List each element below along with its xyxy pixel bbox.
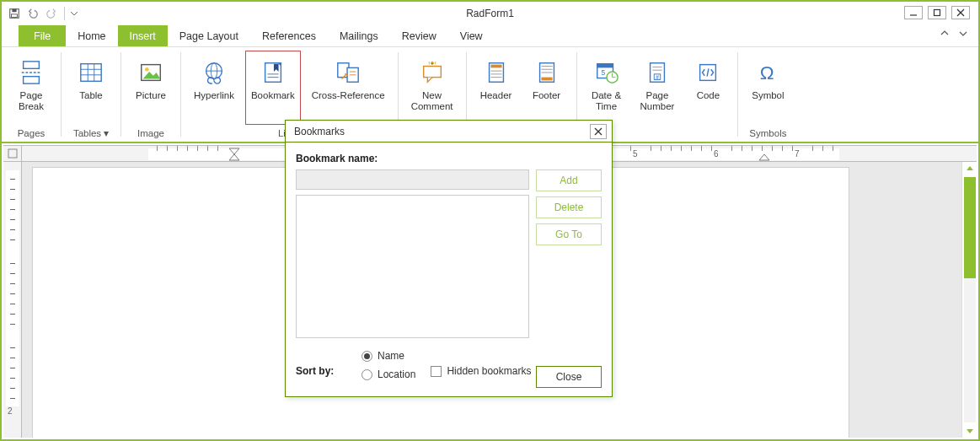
page-number-button[interactable]: # PageNumber — [635, 51, 681, 125]
page-break-button[interactable]: PageBreak — [8, 51, 54, 125]
close-button[interactable]: Close — [536, 366, 602, 388]
footer-icon — [533, 58, 561, 87]
bookmark-name-label: Bookmark name: — [296, 153, 602, 164]
bookmark-list[interactable] — [296, 195, 529, 338]
group-pages-label: Pages — [18, 125, 46, 140]
header-label: Header — [480, 90, 512, 114]
header-icon — [482, 58, 511, 87]
symbol-icon: Ω — [753, 58, 782, 87]
table-icon — [77, 58, 105, 87]
qat-customize[interactable] — [70, 6, 78, 21]
page-break-icon — [17, 58, 46, 87]
titlebar: RadForm1 — [2, 2, 978, 25]
code-icon — [693, 58, 722, 87]
dialog-titlebar[interactable]: Bookmarks — [286, 121, 612, 143]
svg-rect-37 — [541, 78, 552, 81]
svg-rect-10 — [81, 64, 101, 82]
tab-references[interactable]: References — [250, 25, 328, 46]
bookmark-label: Bookmark — [251, 90, 295, 114]
save-button[interactable] — [7, 6, 22, 21]
ruler-vertical[interactable]: 2 — [3, 162, 22, 438]
ruler-tick-7: 7 — [795, 149, 800, 159]
scroll-track[interactable] — [964, 177, 976, 422]
page-break-label: PageBreak — [19, 90, 44, 114]
tab-file[interactable]: File — [19, 25, 66, 46]
group-symbols-label: Symbols — [749, 125, 786, 140]
date-time-label: Date &Time — [592, 90, 621, 114]
minimize-button[interactable] — [904, 6, 923, 19]
svg-line-50 — [707, 68, 709, 76]
tab-view[interactable]: View — [448, 25, 495, 46]
code-label: Code — [697, 90, 720, 114]
group-pages: PageBreak Pages — [2, 47, 61, 142]
dialog-title: Bookmarks — [294, 126, 345, 137]
pagenum-icon: # — [643, 58, 672, 87]
maximize-button[interactable] — [928, 6, 946, 19]
tab-mailings[interactable]: Mailings — [328, 25, 390, 46]
scroll-thumb[interactable] — [964, 177, 976, 278]
undo-button[interactable] — [25, 6, 40, 21]
tab-home[interactable]: Home — [66, 25, 117, 46]
svg-rect-8 — [24, 77, 40, 83]
group-tables: Table Tables▾ — [62, 47, 120, 142]
qat-separator — [64, 7, 65, 20]
ruler-tick-5: 5 — [633, 149, 638, 159]
page-number-label: PageNumber — [640, 90, 675, 114]
ribbon-collapse-button[interactable] — [938, 27, 951, 40]
sortby-label: Sort by: — [296, 350, 346, 377]
tab-insert[interactable]: Insert — [118, 25, 168, 46]
new-comment-button[interactable]: NewComment — [405, 51, 459, 125]
tab-review[interactable]: Review — [390, 25, 448, 46]
sort-name-radio[interactable]: Name — [361, 350, 415, 362]
header-button[interactable]: Header — [474, 51, 519, 125]
bookmark-name-input[interactable] — [296, 169, 529, 190]
quick-access-toolbar — [2, 6, 78, 21]
window-title: RadForm1 — [466, 8, 514, 19]
add-button[interactable]: Add — [536, 169, 602, 191]
cross-reference-label: Cross-Reference — [312, 90, 385, 114]
dialog-close-icon[interactable] — [590, 124, 607, 139]
svg-rect-4 — [934, 10, 940, 16]
close-button[interactable] — [951, 6, 970, 19]
cross-reference-button[interactable]: Cross-Reference — [306, 51, 391, 125]
footer-button[interactable]: Footer — [524, 51, 570, 125]
indent-right-marker[interactable] — [758, 148, 770, 161]
app-window: RadForm1 File Home Insert Page Layout Re… — [0, 0, 980, 441]
table-button[interactable]: Table — [68, 51, 114, 125]
picture-button[interactable]: Picture — [128, 51, 174, 125]
scroll-down-button[interactable] — [963, 424, 977, 438]
hyperlink-icon — [200, 58, 228, 87]
bookmarks-dialog: Bookmarks Bookmark name: Add Delete Go T… — [285, 120, 613, 397]
redo-button[interactable] — [44, 6, 59, 21]
radio-icon — [361, 369, 372, 380]
svg-rect-39 — [597, 64, 613, 68]
tab-page-layout[interactable]: Page Layout — [168, 25, 250, 46]
svg-rect-1 — [12, 9, 16, 13]
goto-button[interactable]: Go To — [536, 223, 602, 245]
chevron-down-icon[interactable]: ▾ — [104, 127, 109, 139]
picture-icon — [137, 58, 165, 87]
date-time-button[interactable]: 5 Date &Time — [584, 51, 629, 125]
symbol-button[interactable]: Ω Symbol — [745, 51, 790, 125]
scroll-up-button[interactable] — [963, 162, 977, 175]
delete-button[interactable]: Delete — [536, 196, 602, 218]
bookmark-icon — [259, 58, 287, 87]
symbol-label: Symbol — [752, 90, 784, 114]
footer-label: Footer — [533, 90, 560, 114]
sort-location-radio[interactable]: Location — [361, 368, 415, 380]
code-button[interactable]: Code — [685, 51, 731, 125]
indent-first-line-marker[interactable] — [228, 148, 240, 161]
svg-rect-7 — [24, 62, 40, 68]
help-button[interactable] — [956, 27, 970, 40]
comment-icon — [418, 58, 447, 87]
new-comment-label: NewComment — [411, 90, 453, 114]
ribbon-tabs: File Home Insert Page Layout References … — [2, 25, 978, 47]
svg-text:#: # — [656, 74, 659, 80]
bookmark-button[interactable]: Bookmark — [245, 51, 301, 125]
window-controls — [904, 6, 970, 19]
hidden-bookmarks-checkbox[interactable]: Hidden bookmarks — [431, 350, 531, 377]
hyperlink-button[interactable]: Hyperlink — [188, 51, 240, 125]
vertical-scrollbar[interactable] — [961, 162, 977, 438]
group-symbols: Ω Symbol Symbols — [738, 47, 797, 142]
radio-icon — [361, 351, 372, 362]
